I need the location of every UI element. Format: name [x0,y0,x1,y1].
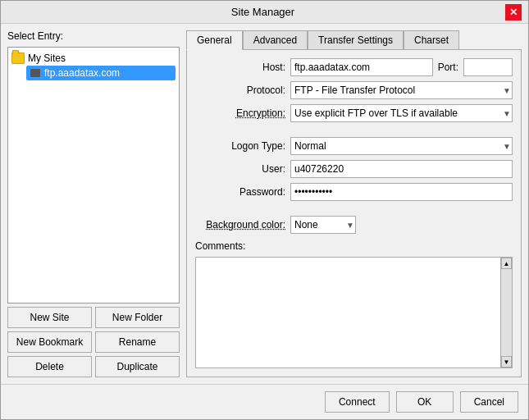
logon-type-select-wrapper: Normal Anonymous Ask for password Intera… [290,137,513,155]
cancel-button[interactable]: Cancel [460,391,518,413]
folder-label: My Sites [28,52,66,64]
site-icon [30,67,41,79]
site-manager-window: Site Manager ✕ Select Entry: My Sites ft… [0,0,529,420]
tab-charset[interactable]: Charset [404,30,459,50]
tree-item-label: ftp.aaadatax.com [44,67,120,79]
protocol-row: Protocol: FTP - File Transfer Protocol S… [195,81,513,99]
scroll-down-btn[interactable]: ▼ [501,356,512,368]
user-row: User: [195,160,513,178]
bg-color-label: Background color: [195,219,285,231]
bg-color-row: Background color: None Red Green Blue Ye… [195,216,513,234]
user-input[interactable] [290,160,513,178]
tab-transfer-settings[interactable]: Transfer Settings [308,30,404,50]
bg-color-select-wrapper: None Red Green Blue Yellow ▼ [290,216,356,234]
tab-advanced[interactable]: Advanced [243,30,308,50]
new-site-button[interactable]: New Site [7,307,92,328]
bottom-bar: Connect OK Cancel [1,384,528,419]
host-label: Host: [195,62,285,73]
protocol-label: Protocol: [195,84,285,96]
password-label: Password: [195,186,285,198]
logon-type-label: Logon Type: [195,140,285,152]
main-content: Select Entry: My Sites ftp.aaadatax.com … [1,24,528,384]
tree-view[interactable]: My Sites ftp.aaadatax.com [7,47,180,304]
tab-general[interactable]: General [186,30,243,50]
duplicate-button[interactable]: Duplicate [95,356,180,377]
left-buttons: New Site New Folder New Bookmark Rename … [7,307,180,377]
encryption-select-wrapper: Use explicit FTP over TLS if available U… [290,104,513,122]
folder-icon [11,52,25,64]
encryption-select[interactable]: Use explicit FTP over TLS if available U… [290,104,513,122]
encryption-label: Encryption: [195,107,285,119]
tree-item-ftp[interactable]: ftp.aaadatax.com [26,66,176,80]
host-row: Host: Port: [195,58,513,76]
port-input[interactable] [463,58,513,76]
left-panel: Select Entry: My Sites ftp.aaadatax.com … [7,30,180,377]
new-bookmark-button[interactable]: New Bookmark [7,331,92,353]
tabs: General Advanced Transfer Settings Chars… [186,30,522,50]
divider-1 [195,127,513,132]
logon-type-row: Logon Type: Normal Anonymous Ask for pas… [195,137,513,155]
user-label: User: [195,163,285,175]
divider-2 [195,206,513,211]
close-button[interactable]: ✕ [505,4,522,21]
select-entry-label: Select Entry: [7,30,180,42]
ok-button[interactable]: OK [396,391,454,413]
comments-label: Comments: [195,240,513,252]
encryption-row: Encryption: Use explicit FTP over TLS if… [195,104,513,122]
right-panel: General Advanced Transfer Settings Chars… [186,30,522,377]
port-label: Port: [438,62,458,73]
title-bar: Site Manager ✕ [1,1,528,24]
protocol-select[interactable]: FTP - File Transfer Protocol SFTP - SSH … [290,81,513,99]
comments-scrollbar[interactable]: ▲ ▼ [500,258,512,368]
host-input[interactable] [290,58,433,76]
scroll-up-btn[interactable]: ▲ [501,258,512,269]
password-row: Password: [195,183,513,201]
connect-button[interactable]: Connect [325,391,390,413]
window-title: Site Manager [21,6,505,18]
logon-type-select[interactable]: Normal Anonymous Ask for password Intera… [290,137,513,155]
protocol-select-wrapper: FTP - File Transfer Protocol SFTP - SSH … [290,81,513,99]
bg-color-select[interactable]: None Red Green Blue Yellow [290,216,356,234]
tree-folder-mysites[interactable]: My Sites [11,51,176,66]
delete-button[interactable]: Delete [7,356,92,377]
rename-button[interactable]: Rename [95,331,180,353]
password-input[interactable] [290,183,513,201]
tab-content-general: Host: Port: Protocol: FTP - File Transfe… [186,50,522,377]
new-folder-button[interactable]: New Folder [95,307,180,328]
monitor-icon [30,69,40,77]
comments-area[interactable]: ▲ ▼ [195,257,513,368]
scroll-track [501,269,512,356]
